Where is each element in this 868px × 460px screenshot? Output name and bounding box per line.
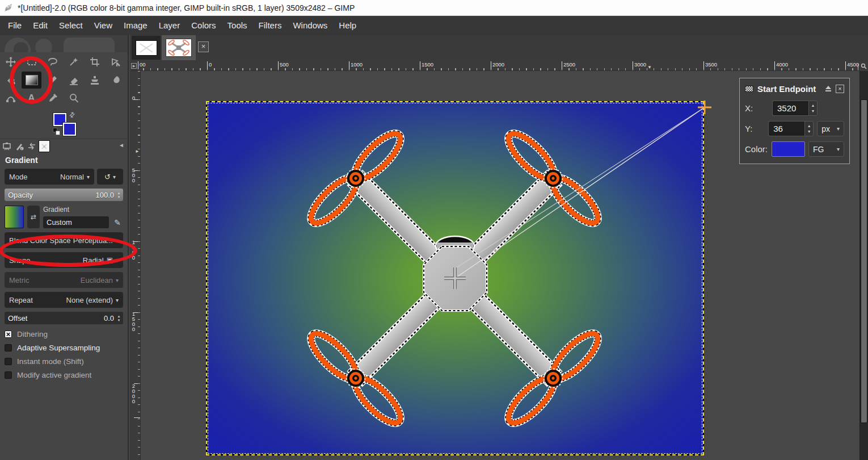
tab-tool-options[interactable] — [1, 140, 12, 152]
gradient-name-field[interactable]: Custom — [43, 216, 109, 228]
shape-label: Shape — [9, 256, 31, 265]
menu-item[interactable]: Edit — [27, 16, 53, 35]
tool-paths-button[interactable] — [1, 90, 20, 107]
unit-dropdown[interactable]: px▾ — [817, 121, 844, 136]
x-spinner[interactable]: ▲▼ — [808, 101, 818, 116]
shape-dropdown[interactable]: Shape Radial▣▾ — [5, 252, 123, 268]
gradient-start-endpoint-handle[interactable] — [698, 101, 711, 114]
text-tool-icon: A — [28, 93, 35, 104]
chevron-down-icon: ▾ — [116, 297, 119, 303]
paths-icon — [5, 93, 16, 104]
reset-icon: ↺ — [104, 173, 111, 181]
offset-spinner[interactable]: ▴▾ — [116, 313, 122, 323]
ruler-label: 4500 — [845, 61, 859, 69]
y-value-field[interactable]: 36 — [768, 121, 804, 136]
gradient-preview-swatch[interactable] — [5, 206, 24, 228]
magnifier-icon — [861, 63, 867, 69]
close-dialog-icon[interactable]: × — [836, 85, 844, 93]
menu-item[interactable]: Windows — [287, 16, 333, 35]
mode-dropdown[interactable]: Mode Normal▾ — [5, 169, 94, 185]
vertical-scrollbar[interactable] — [859, 71, 868, 460]
menu-item[interactable]: Help — [333, 16, 362, 35]
background-color-swatch[interactable] — [63, 123, 76, 136]
eyedropper-icon — [47, 93, 58, 104]
tab-device-status[interactable]: i — [14, 140, 25, 152]
opacity-spinner[interactable]: ▴▾ — [116, 190, 122, 200]
toolbox-decoration — [0, 35, 128, 52]
tool-bucket-fill-button[interactable] — [1, 72, 20, 89]
checkbox[interactable] — [5, 331, 12, 338]
collapse-dock-icon[interactable]: ◄ — [119, 142, 124, 148]
tool-rectangle-select-button[interactable] — [22, 53, 41, 70]
drone-image-thumbnail — [166, 39, 192, 57]
y-label: Y: — [745, 124, 765, 133]
opacity-slider[interactable]: Opacity 100.0 ▴▾ — [5, 189, 123, 201]
ruler-label: 2500 — [562, 61, 575, 69]
repeat-label: Repeat — [9, 296, 33, 304]
menu-item[interactable]: Image — [118, 16, 153, 35]
gradient-reverse-button[interactable]: ⇄ — [27, 206, 40, 228]
swap-colors-icon[interactable]: ⇄ — [68, 110, 77, 119]
menu-item[interactable]: Filters — [253, 16, 288, 35]
checkbox[interactable] — [5, 344, 12, 352]
checkbox[interactable] — [5, 358, 12, 365]
tool-zoom-button[interactable] — [64, 90, 83, 107]
tool-text-button[interactable]: A — [22, 90, 41, 107]
close-image-icon[interactable]: × — [198, 41, 209, 52]
tool-color-picker-button[interactable] — [43, 90, 62, 107]
tool-clone-button[interactable] — [85, 72, 104, 89]
tool-option-checkbox-row[interactable]: Modify active gradient — [5, 371, 123, 379]
checkbox-label: Adaptive Supersampling — [17, 344, 100, 352]
edit-gradient-icon[interactable]: ✎ — [112, 216, 123, 228]
tool-gradient-button[interactable] — [22, 72, 41, 89]
tool-options-panel: Gradient Mode Normal▾ ↺▾ Opacity 100.0 ▴… — [0, 152, 128, 379]
scrollbar-thumb[interactable] — [861, 99, 867, 423]
zoom-follow-window-button[interactable] — [859, 61, 868, 71]
pencil-icon — [47, 74, 58, 86]
default-colors-icon[interactable] — [53, 128, 60, 135]
tool-transform-button[interactable] — [106, 53, 125, 70]
tool-crop-button[interactable] — [85, 53, 104, 70]
tool-free-select-button[interactable] — [43, 53, 62, 70]
mode-reset-button[interactable]: ↺▾ — [97, 169, 123, 185]
tool-option-checkbox-row[interactable]: Adaptive Supersampling — [5, 344, 123, 352]
menu-item[interactable]: Select — [53, 16, 89, 35]
tool-pencil-button[interactable] — [43, 72, 62, 89]
endpoint-color-swatch[interactable] — [772, 141, 805, 157]
x-value-field[interactable]: 3520 — [772, 101, 808, 116]
metric-value: Euclidean — [81, 276, 113, 285]
chevron-down-icon: ▾ — [837, 146, 840, 152]
repeat-dropdown[interactable]: Repeat None (extend)▾ — [5, 292, 123, 308]
menu-item[interactable]: File — [2, 16, 27, 35]
tool-option-checkbox-row[interactable]: Instant mode (Shift) — [5, 357, 123, 366]
menu-item[interactable]: Colors — [186, 16, 221, 35]
tool-fuzzy-select-button[interactable] — [64, 53, 83, 70]
tool-eraser-button[interactable] — [64, 72, 83, 89]
dialog-title: Start Endpoint — [757, 84, 821, 94]
tab-undo-history[interactable] — [26, 140, 37, 152]
checkbox[interactable] — [5, 371, 12, 379]
menu-item[interactable]: Tools — [222, 16, 253, 35]
horizontal-ruler[interactable]: ▼ 00050010001500200025003000350040004500 — [138, 61, 859, 71]
image-tab-1[interactable] — [132, 36, 161, 60]
tool-move-button[interactable] — [1, 53, 20, 70]
detach-dialog-icon[interactable] — [825, 86, 832, 92]
menu-item[interactable]: Layer — [153, 16, 186, 35]
tab-image-thumbnail[interactable] — [39, 140, 50, 152]
color-selector-area: ⇄ — [0, 109, 128, 139]
offset-slider[interactable]: Offset 0.0 ▴▾ — [5, 312, 123, 324]
x-label: X: — [745, 103, 769, 113]
repeat-value: None (extend) — [66, 296, 113, 304]
color-mode-dropdown[interactable]: FG▾ — [808, 141, 844, 157]
y-spinner[interactable]: ▲▼ — [804, 121, 814, 136]
vertical-ruler[interactable]: ► 0500100015002000 — [130, 71, 141, 460]
tool-smudge-button[interactable] — [106, 72, 125, 89]
image-tab-2[interactable] — [162, 35, 196, 60]
canvas-image[interactable] — [206, 101, 704, 455]
ruler-corner-button[interactable]: ▶ — [130, 61, 138, 71]
tool-option-checkbox-row[interactable]: Dithering — [5, 330, 123, 338]
blend-color-space-dropdown[interactable]: Blend Color Space Perceptua...▾ — [5, 232, 123, 248]
ruler-label: 0 — [207, 61, 212, 69]
menu-item[interactable]: View — [89, 16, 118, 35]
gradient-edit-line[interactable] — [455, 107, 705, 278]
